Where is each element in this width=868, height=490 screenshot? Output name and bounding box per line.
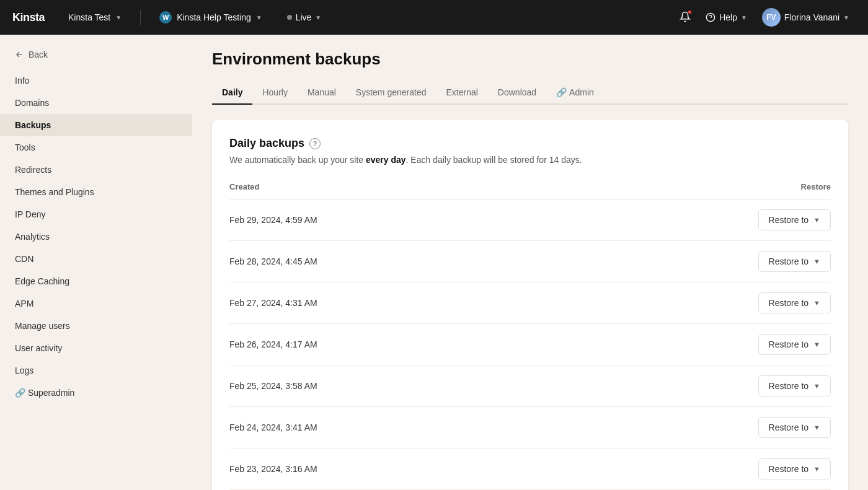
restore-btn-label: Restore to [769, 464, 809, 474]
restore-cell: Restore to ▼ [558, 282, 831, 324]
restore-button[interactable]: Restore to ▼ [758, 334, 831, 355]
site-selector[interactable]: Kinsta Test ▼ [62, 9, 128, 26]
restore-cell: Restore to ▼ [558, 324, 831, 365]
back-label: Back [29, 50, 48, 59]
restore-button[interactable]: Restore to ▼ [758, 251, 831, 272]
wp-site-selector[interactable]: W Kinsta Help Testing ▼ [153, 7, 268, 27]
help-icon [706, 12, 715, 22]
restore-btn-label: Restore to [769, 422, 809, 432]
back-button[interactable]: Back [0, 45, 192, 64]
tab-external[interactable]: External [436, 81, 487, 105]
sidebar-item-info[interactable]: Info [0, 69, 192, 92]
env-label: Live [296, 12, 312, 22]
sidebar-item-edge-caching[interactable]: Edge Caching [0, 270, 192, 292]
backup-date: Feb 26, 2024, 4:17 AM [229, 324, 558, 365]
page-title: Environment backups [212, 50, 848, 69]
sidebar-item-apm[interactable]: APM [0, 292, 192, 315]
tab-daily[interactable]: Daily [212, 81, 252, 105]
backups-table: Created Restore Feb 29, 2024, 4:59 AM Re… [229, 177, 831, 490]
restore-chevron-icon: ▼ [813, 424, 820, 431]
tab-hourly[interactable]: Hourly [252, 81, 297, 105]
table-row: Feb 25, 2024, 3:58 AM Restore to ▼ [229, 365, 831, 407]
sidebar-item-domains[interactable]: Domains [0, 92, 192, 114]
tab-system-generated[interactable]: System generated [346, 81, 436, 105]
sidebar-item-logs[interactable]: Logs [0, 359, 192, 382]
restore-button[interactable]: Restore to ▼ [758, 458, 831, 479]
backup-date: Feb 27, 2024, 4:31 AM [229, 282, 558, 324]
topnav: Kinsta Kinsta Test ▼ W Kinsta Help Testi… [0, 0, 868, 35]
table-row: Feb 23, 2024, 3:16 AM Restore to ▼ [229, 448, 831, 490]
avatar: FV [762, 8, 781, 27]
sidebar-item-superadmin[interactable]: 🔗 Superadmin [0, 382, 192, 404]
sidebar-item-backups[interactable]: Backups [0, 114, 192, 136]
main-content: Environment backups Daily Hourly Manual … [192, 35, 868, 490]
user-menu-button[interactable]: FV Florina Vanani ▼ [756, 4, 856, 30]
wp-site-name: Kinsta Help Testing [177, 12, 251, 22]
env-status[interactable]: Live ▼ [281, 9, 328, 26]
tab-manual[interactable]: Manual [298, 81, 346, 105]
layout: Back Info Domains Backups Tools Redirect… [0, 35, 868, 490]
table-row: Feb 26, 2024, 4:17 AM Restore to ▼ [229, 324, 831, 365]
logo: Kinsta [12, 11, 45, 24]
user-name: Florina Vanani [784, 12, 839, 22]
restore-cell: Restore to ▼ [558, 365, 831, 407]
backup-date: Feb 25, 2024, 3:58 AM [229, 365, 558, 407]
restore-button[interactable]: Restore to ▼ [758, 292, 831, 313]
site-chevron-icon: ▼ [115, 14, 122, 21]
user-chevron-icon: ▼ [843, 14, 849, 21]
notifications-button[interactable] [673, 7, 697, 28]
table-row: Feb 24, 2024, 3:41 AM Restore to ▼ [229, 407, 831, 448]
table-row: Feb 29, 2024, 4:59 AM Restore to ▼ [229, 199, 831, 241]
sidebar-item-tools[interactable]: Tools [0, 136, 192, 159]
sidebar-item-ip-deny[interactable]: IP Deny [0, 203, 192, 225]
env-chevron-icon: ▼ [315, 14, 321, 21]
tab-admin[interactable]: 🔗Admin [546, 81, 604, 105]
help-button[interactable]: Help ▼ [699, 9, 753, 26]
desc-suffix: . Each daily backup will be stored for 1… [406, 155, 582, 165]
card-description: We automatically back up your site every… [229, 155, 831, 165]
col-created: Created [229, 177, 558, 199]
backup-date: Feb 23, 2024, 3:16 AM [229, 448, 558, 490]
sidebar-item-themes-plugins[interactable]: Themes and Plugins [0, 181, 192, 203]
restore-cell: Restore to ▼ [558, 407, 831, 448]
restore-btn-label: Restore to [769, 215, 809, 225]
table-row: Feb 28, 2024, 4:45 AM Restore to ▼ [229, 241, 831, 282]
help-label: Help [719, 12, 737, 22]
backup-date: Feb 28, 2024, 4:45 AM [229, 241, 558, 282]
topnav-right: Help ▼ FV Florina Vanani ▼ [673, 4, 856, 30]
sidebar: Back Info Domains Backups Tools Redirect… [0, 35, 192, 490]
back-arrow-icon [15, 50, 24, 59]
restore-btn-label: Restore to [769, 339, 809, 349]
bell-icon [680, 11, 691, 24]
help-tooltip-icon[interactable]: ? [309, 138, 321, 149]
backup-date: Feb 24, 2024, 3:41 AM [229, 407, 558, 448]
restore-chevron-icon: ▼ [813, 382, 820, 390]
restore-chevron-icon: ▼ [813, 258, 820, 265]
sidebar-item-manage-users[interactable]: Manage users [0, 315, 192, 337]
tab-download[interactable]: Download [488, 81, 546, 105]
sidebar-item-analytics[interactable]: Analytics [0, 225, 192, 248]
daily-backups-card: Daily backups ? We automatically back up… [212, 120, 848, 490]
restore-btn-label: Restore to [769, 256, 809, 266]
live-dot-icon [287, 15, 292, 20]
restore-button[interactable]: Restore to ▼ [758, 375, 831, 396]
restore-btn-label: Restore to [769, 381, 809, 391]
card-title: Daily backups ? [229, 137, 831, 150]
sidebar-item-user-activity[interactable]: User activity [0, 337, 192, 359]
restore-chevron-icon: ▼ [813, 341, 820, 348]
restore-cell: Restore to ▼ [558, 241, 831, 282]
restore-button[interactable]: Restore to ▼ [758, 417, 831, 438]
card-title-text: Daily backups [229, 137, 304, 150]
restore-chevron-icon: ▼ [813, 299, 820, 307]
tabs: Daily Hourly Manual System generated Ext… [212, 81, 848, 105]
restore-chevron-icon: ▼ [813, 216, 820, 224]
nav-divider [140, 10, 141, 25]
sidebar-item-cdn[interactable]: CDN [0, 248, 192, 270]
sidebar-item-redirects[interactable]: Redirects [0, 159, 192, 181]
restore-button[interactable]: Restore to ▼ [758, 209, 831, 230]
site-name: Kinsta Test [68, 12, 110, 22]
restore-cell: Restore to ▼ [558, 199, 831, 241]
restore-cell: Restore to ▼ [558, 448, 831, 490]
wp-chevron-icon: ▼ [256, 14, 262, 21]
desc-prefix: We automatically back up your site [229, 155, 366, 165]
